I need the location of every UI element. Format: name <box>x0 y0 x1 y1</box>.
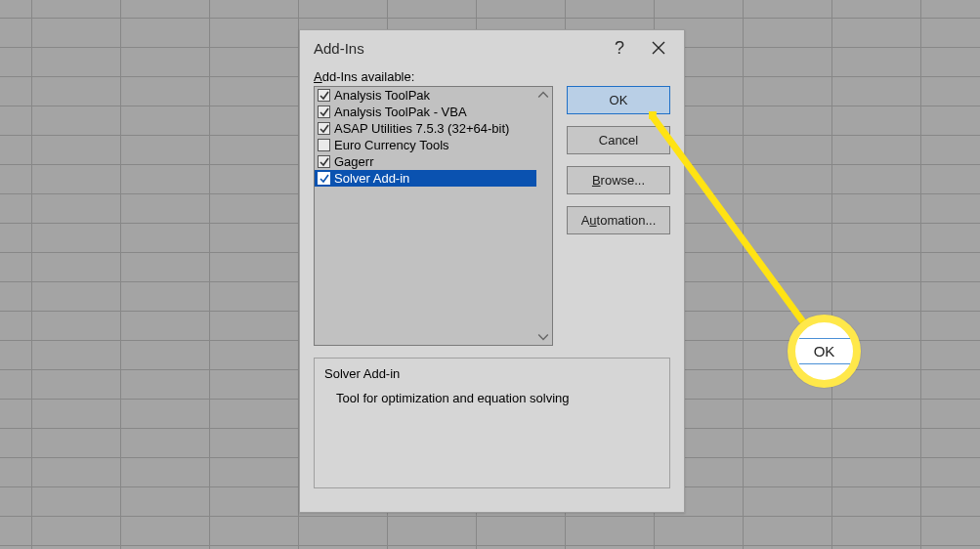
addin-list-item[interactable]: Solver Add-in <box>315 170 536 187</box>
addins-dialog: Add-Ins ? Add-Ins available: Analysis To… <box>299 29 685 513</box>
spreadsheet-grid: Add-Ins ? Add-Ins available: Analysis To… <box>0 0 980 549</box>
close-button[interactable] <box>639 33 678 63</box>
annotation-callout: OK <box>788 315 861 388</box>
annotation-label: OK <box>799 338 850 364</box>
close-icon <box>652 41 665 55</box>
addin-checkbox[interactable] <box>318 106 330 118</box>
addins-listbox[interactable]: Analysis ToolPakAnalysis ToolPak - VBAAS… <box>314 86 553 346</box>
scroll-down-icon <box>537 331 549 343</box>
addin-label: Analysis ToolPak - VBA <box>334 104 467 120</box>
addin-checkbox[interactable] <box>318 155 330 168</box>
addin-label: Analysis ToolPak <box>334 87 430 104</box>
addin-list-item[interactable]: Gagerr <box>315 153 536 170</box>
description-box: Solver Add-in Tool for optimization and … <box>314 358 670 488</box>
dialog-titlebar: Add-Ins ? <box>300 30 684 65</box>
addin-checkbox[interactable] <box>318 139 330 151</box>
addin-checkbox[interactable] <box>318 122 330 135</box>
description-title: Solver Add-in <box>324 366 660 381</box>
addin-list-item[interactable]: Euro Currency Tools <box>315 137 536 153</box>
automation-button[interactable]: Automation... <box>567 206 670 234</box>
addin-label: Euro Currency Tools <box>334 137 449 153</box>
list-label: Add-Ins available: <box>314 69 670 84</box>
help-button[interactable]: ? <box>600 33 639 63</box>
dialog-content: Add-Ins available: Analysis ToolPakAnaly… <box>300 65 684 498</box>
ok-button[interactable]: OK <box>567 86 670 114</box>
addin-list-item[interactable]: Analysis ToolPak - VBA <box>315 104 536 120</box>
addin-label: Solver Add-in <box>334 170 409 187</box>
addin-list-item[interactable]: ASAP Utilities 7.5.3 (32+64-bit) <box>315 120 536 137</box>
addin-list-item[interactable]: Analysis ToolPak <box>315 87 536 104</box>
scroll-up-icon <box>537 89 549 101</box>
addin-label: ASAP Utilities 7.5.3 (32+64-bit) <box>334 120 509 137</box>
addin-checkbox[interactable] <box>318 89 330 102</box>
browse-button[interactable]: Browse... <box>567 166 670 194</box>
description-text: Tool for optimization and equation solvi… <box>324 391 660 405</box>
button-column: OK Cancel Browse... Automation... <box>567 86 670 346</box>
addin-label: Gagerr <box>334 153 373 170</box>
cancel-button[interactable]: Cancel <box>567 126 670 154</box>
addin-checkbox[interactable] <box>318 172 330 185</box>
dialog-title: Add-Ins <box>314 40 600 57</box>
